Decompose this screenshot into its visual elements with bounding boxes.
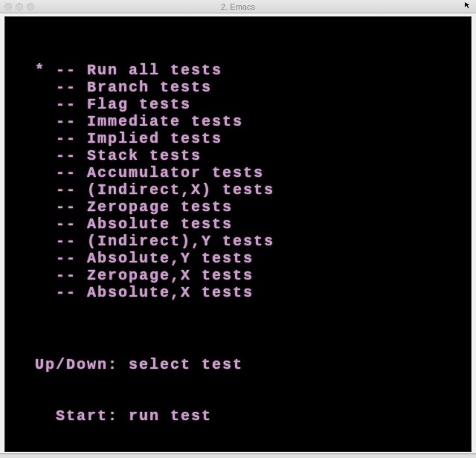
menu-item[interactable]: -- Zeropage,X tests: [35, 267, 456, 284]
instruction-updown: Up/Down: select test: [35, 356, 456, 373]
statusbar: [0, 454, 476, 458]
maximize-icon[interactable]: [27, 3, 34, 10]
menu-item[interactable]: -- (Indirect,X) tests: [35, 181, 456, 199]
window-titlebar: 2. Emacs: [0, 0, 476, 13]
menu-item[interactable]: -- Flag tests: [35, 96, 456, 113]
minimize-icon[interactable]: [16, 3, 23, 10]
menu-item[interactable]: -- Absolute,X tests: [35, 284, 456, 301]
menu-item[interactable]: -- Accumulator tests: [35, 164, 456, 181]
window-title: 2. Emacs: [221, 2, 255, 11]
emulator-screen: * -- Run all tests -- Branch tests -- Fl…: [4, 16, 472, 452]
close-icon[interactable]: [4, 3, 12, 10]
menu-item[interactable]: -- Branch tests: [35, 79, 456, 96]
menu-item[interactable]: -- Absolute tests: [35, 216, 456, 233]
instruction-start: Start: run test: [35, 407, 456, 425]
menu-item[interactable]: * -- Run all tests: [35, 62, 456, 79]
menu-item[interactable]: -- Immediate tests: [35, 113, 456, 130]
menu-item[interactable]: -- Absolute,Y tests: [35, 250, 456, 267]
menu-item[interactable]: -- Implied tests: [35, 130, 456, 147]
test-menu: * -- Run all tests -- Branch tests -- Fl…: [35, 62, 456, 301]
menu-item[interactable]: -- Stack tests: [35, 147, 456, 164]
menu-item[interactable]: -- (Indirect),Y tests: [35, 233, 456, 250]
menu-item[interactable]: -- Zeropage tests: [35, 199, 456, 216]
traffic-lights: [0, 3, 34, 10]
instructions: Up/Down: select test Start: run test Sel…: [35, 322, 456, 458]
